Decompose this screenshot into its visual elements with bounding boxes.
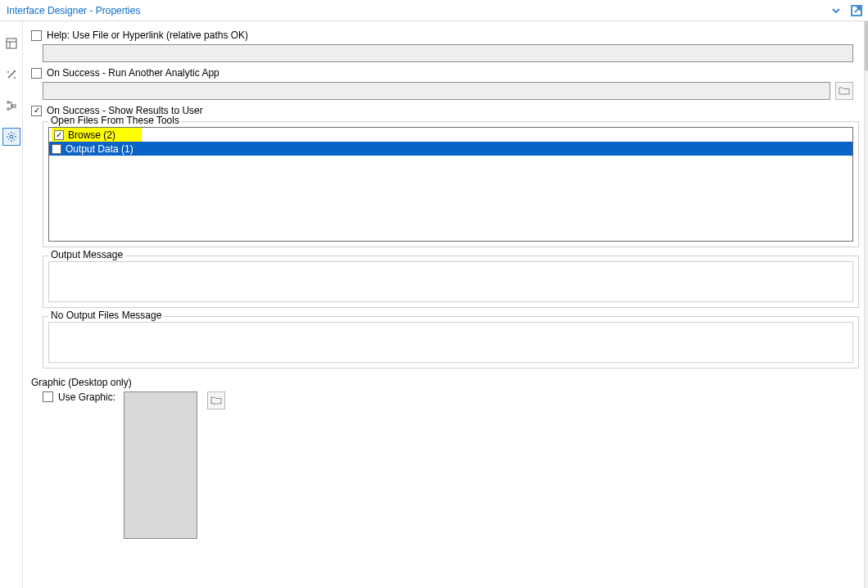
onsuccess-run-input[interactable] — [43, 82, 830, 100]
output-message-input[interactable] — [48, 261, 853, 302]
titlebar-controls — [830, 4, 863, 17]
onsuccess-run-label: On Success - Run Another Analytic App — [47, 67, 219, 79]
browse-app-button[interactable] — [835, 82, 853, 100]
use-graphic-label: Use Graphic: — [58, 391, 115, 403]
help-path-input[interactable] — [43, 44, 853, 62]
folder-icon — [210, 396, 222, 405]
main-wrap: Help: Use File or Hyperlink (relative pa… — [0, 21, 868, 588]
list-item[interactable]: Browse (2) — [49, 128, 852, 142]
list-item-label: Output Data (1) — [66, 143, 133, 155]
use-graphic-checkbox[interactable] — [43, 391, 53, 402]
list-item[interactable]: Output Data (1) — [49, 142, 852, 156]
svg-rect-7 — [12, 105, 16, 107]
onsuccess-run-input-row — [43, 82, 859, 100]
list-item-label: Browse (2) — [68, 129, 115, 141]
svg-rect-1 — [7, 38, 16, 48]
open-files-fieldset: Open Files From These Tools Browse (2) O… — [43, 121, 859, 247]
side-rail — [0, 21, 23, 588]
output-message-fieldset: Output Message — [43, 256, 859, 308]
output-message-legend: Output Message — [48, 249, 125, 260]
panel-title: Interface Designer - Properties — [7, 5, 140, 16]
onsuccess-run-row: On Success - Run Another Analytic App — [31, 67, 859, 79]
browse-item-checkbox[interactable] — [54, 130, 64, 140]
wand-icon[interactable] — [2, 66, 20, 84]
help-checkbox[interactable] — [31, 30, 42, 41]
open-files-legend: Open Files From These Tools — [48, 115, 182, 126]
scrollbar[interactable] — [864, 21, 868, 588]
chevron-down-icon[interactable] — [830, 5, 842, 16]
onsuccess-run-checkbox[interactable] — [31, 68, 42, 79]
graphic-section: Graphic (Desktop only) Use Graphic: — [31, 377, 859, 539]
outputdata-item-checkbox[interactable] — [52, 144, 61, 154]
tools-listbox[interactable]: Browse (2) Output Data (1) — [48, 127, 853, 242]
layout-icon[interactable] — [2, 34, 20, 52]
svg-point-4 — [14, 70, 16, 72]
no-output-message-legend: No Output Files Message — [48, 310, 164, 321]
help-checkbox-label: Help: Use File or Hyperlink (relative pa… — [47, 29, 248, 41]
svg-point-5 — [7, 102, 9, 104]
graphic-section-label: Graphic (Desktop only) — [31, 377, 859, 388]
svg-point-6 — [7, 108, 9, 111]
no-output-message-fieldset: No Output Files Message — [43, 316, 859, 369]
titlebar: Interface Designer - Properties — [0, 0, 868, 21]
graphic-holder — [124, 391, 225, 539]
onsuccess-show-checkbox[interactable] — [31, 106, 42, 116]
popout-icon[interactable] — [850, 4, 863, 17]
properties-panel: Help: Use File or Hyperlink (relative pa… — [23, 21, 868, 588]
help-checkbox-row: Help: Use File or Hyperlink (relative pa… — [31, 29, 859, 41]
tree-icon[interactable] — [2, 97, 20, 115]
svg-point-8 — [10, 135, 13, 138]
graphic-preview — [124, 391, 197, 539]
graphic-row: Use Graphic: — [43, 391, 859, 539]
browse-graphic-button[interactable] — [207, 391, 225, 409]
folder-icon — [839, 86, 850, 96]
gear-icon[interactable] — [2, 128, 20, 146]
no-output-message-input[interactable] — [48, 322, 853, 363]
